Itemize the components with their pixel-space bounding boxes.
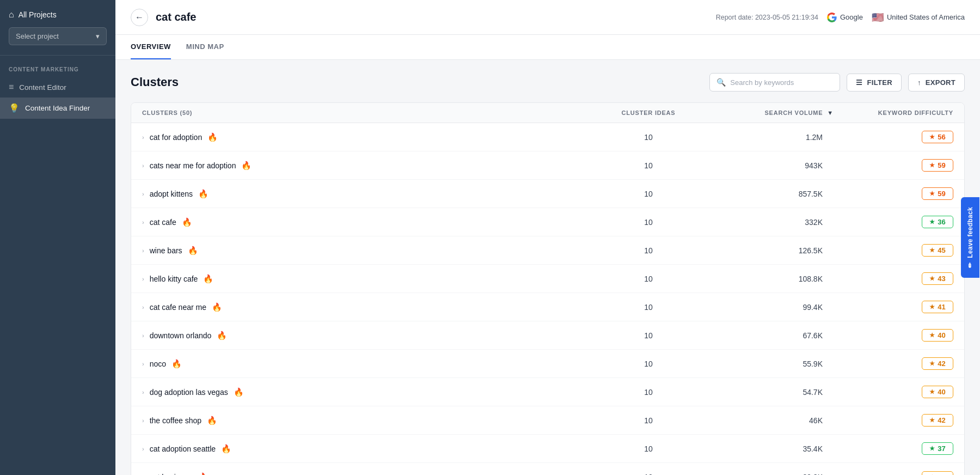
cluster-name: › downtown orlando 🔥 — [142, 331, 594, 340]
cluster-ideas-value: 10 — [594, 275, 703, 283]
chevron-right-icon: › — [142, 389, 144, 395]
tab-mind-map[interactable]: MIND MAP — [186, 35, 224, 59]
table-row[interactable]: › cat business 🔥 10 29.2K ★ 42 — [131, 463, 964, 475]
search-volume-value: 29.2K — [703, 473, 834, 475]
cluster-name: › wine bars 🔥 — [142, 246, 594, 255]
star-icon: ★ — [929, 445, 935, 452]
kd-value-cell: ★ 45 — [834, 244, 953, 257]
region-label: United States of America — [887, 13, 965, 21]
kd-number: 37 — [938, 444, 945, 453]
kd-number: 41 — [938, 303, 945, 311]
sidebar-item-label: Content Editor — [19, 83, 66, 92]
table-row[interactable]: › cat cafe 🔥 10 332K ★ 36 — [131, 208, 964, 236]
fire-icon: 🔥 — [234, 387, 244, 397]
search-icon: 🔍 — [716, 78, 726, 87]
cluster-ideas-value: 10 — [594, 161, 703, 170]
feedback-label: Leave feedback — [966, 207, 974, 258]
kd-number: 36 — [938, 218, 945, 226]
chevron-right-icon: › — [142, 191, 144, 197]
flag-icon: 🇺🇸 — [872, 11, 884, 23]
search-volume-value: 1.2M — [703, 133, 834, 142]
table-row[interactable]: › wine bars 🔥 10 126.5K ★ 45 — [131, 236, 964, 265]
table-row[interactable]: › cats near me for adoption 🔥 10 943K ★ … — [131, 151, 964, 180]
kd-number: 40 — [938, 388, 945, 396]
back-arrow-icon: ← — [135, 13, 144, 22]
sidebar: ⌂ All Projects Select project ▾ CONTENT … — [0, 0, 115, 475]
table-row[interactable]: › the coffee shop 🔥 10 46K ★ 42 — [131, 406, 964, 435]
table-row[interactable]: › cat cafe near me 🔥 10 99.4K ★ 41 — [131, 293, 964, 321]
fire-icon: 🔥 — [182, 217, 192, 227]
chevron-right-icon: › — [142, 361, 144, 367]
sidebar-item-content-idea-finder[interactable]: 💡 Content Idea Finder — [0, 98, 115, 119]
th-search-volume[interactable]: SEARCH VOLUME ▼ — [703, 109, 834, 116]
kd-badge: ★ 42 — [922, 357, 953, 370]
cluster-ideas-value: 10 — [594, 303, 703, 312]
table-row[interactable]: › cat for adoption 🔥 10 1.2M ★ 56 — [131, 123, 964, 151]
kd-number: 59 — [938, 190, 945, 198]
filter-button[interactable]: ☰ FILTER — [847, 74, 902, 92]
cluster-ideas-value: 10 — [594, 416, 703, 425]
fire-icon: 🔥 — [207, 416, 217, 425]
filter-label: FILTER — [867, 78, 892, 87]
tab-overview[interactable]: OVERVIEW — [131, 35, 171, 59]
keyword-search-box[interactable]: 🔍 — [709, 73, 840, 92]
cluster-name-text: cat business — [150, 473, 192, 475]
kd-badge: ★ 40 — [922, 329, 953, 342]
kd-value-cell: ★ 59 — [834, 159, 953, 172]
header-left: ← cat cafe — [131, 9, 197, 26]
table-row[interactable]: › cat adoption seattle 🔥 10 35.4K ★ 37 — [131, 435, 964, 463]
search-volume-value: 943K — [703, 161, 834, 170]
page-title: cat cafe — [156, 11, 197, 23]
cluster-name-text: downtown orlando — [150, 331, 212, 340]
chevron-right-icon: › — [142, 304, 144, 310]
kd-number: 40 — [938, 331, 945, 339]
back-button[interactable]: ← — [131, 9, 148, 26]
kd-value-cell: ★ 59 — [834, 187, 953, 200]
star-icon: ★ — [929, 417, 935, 424]
search-input[interactable] — [730, 78, 833, 87]
project-select-dropdown[interactable]: Select project ▾ — [9, 27, 107, 45]
fire-icon: 🔥 — [198, 472, 208, 475]
chevron-right-icon: › — [142, 332, 144, 339]
cluster-name: › cat for adoption 🔥 — [142, 132, 594, 142]
fire-icon: 🔥 — [198, 189, 209, 199]
kd-badge: ★ 45 — [922, 244, 953, 257]
cluster-name-text: noco — [150, 360, 166, 368]
table-row[interactable]: › adopt kittens 🔥 10 857.5K ★ 59 — [131, 180, 964, 208]
filter-icon: ☰ — [856, 78, 862, 87]
search-engine-info: Google — [827, 13, 863, 22]
search-volume-value: 126.5K — [703, 246, 834, 255]
report-date: Report date: 2023-05-05 21:19:34 — [716, 14, 818, 21]
clusters-actions: 🔍 ☰ FILTER ↑ EXPORT — [709, 73, 965, 92]
star-icon: ★ — [929, 162, 935, 169]
table-row[interactable]: › hello kitty cafe 🔥 10 108.8K ★ 43 — [131, 265, 964, 293]
search-volume-value: 857.5K — [703, 190, 834, 198]
table-row[interactable]: › dog adoption las vegas 🔥 10 54.7K ★ 40 — [131, 378, 964, 406]
cluster-name: › noco 🔥 — [142, 359, 594, 369]
search-volume-value: 108.8K — [703, 275, 834, 283]
fire-icon: 🔥 — [188, 246, 198, 255]
cluster-ideas-value: 10 — [594, 331, 703, 340]
export-button[interactable]: ↑ EXPORT — [908, 74, 965, 92]
sidebar-top: ⌂ All Projects Select project ▾ — [0, 0, 115, 56]
sidebar-section-label: CONTENT MARKETING — [0, 56, 115, 77]
th-clusters: CLUSTERS (50) — [142, 109, 594, 116]
table-row[interactable]: › downtown orlando 🔥 10 67.6K ★ 40 — [131, 321, 964, 350]
star-icon: ★ — [929, 247, 935, 254]
cluster-name-text: the coffee shop — [150, 416, 201, 425]
search-volume-value: 332K — [703, 218, 834, 227]
fire-icon: 🔥 — [217, 331, 227, 340]
cluster-ideas-value: 10 — [594, 246, 703, 255]
region-info: 🇺🇸 United States of America — [872, 11, 965, 23]
all-projects-link[interactable]: ⌂ All Projects — [9, 10, 107, 20]
feedback-tab[interactable]: ✏ Leave feedback — [961, 197, 979, 278]
content-editor-icon: ≡ — [9, 82, 14, 92]
cluster-name: › cat cafe near me 🔥 — [142, 302, 594, 312]
kd-number: 43 — [938, 275, 945, 283]
kd-number: 56 — [938, 133, 945, 141]
table-row[interactable]: › noco 🔥 10 55.9K ★ 42 — [131, 350, 964, 378]
star-icon: ★ — [929, 332, 935, 339]
project-select-label: Select project — [16, 32, 59, 40]
chevron-right-icon: › — [142, 247, 144, 254]
sidebar-item-content-editor[interactable]: ≡ Content Editor — [0, 77, 115, 98]
